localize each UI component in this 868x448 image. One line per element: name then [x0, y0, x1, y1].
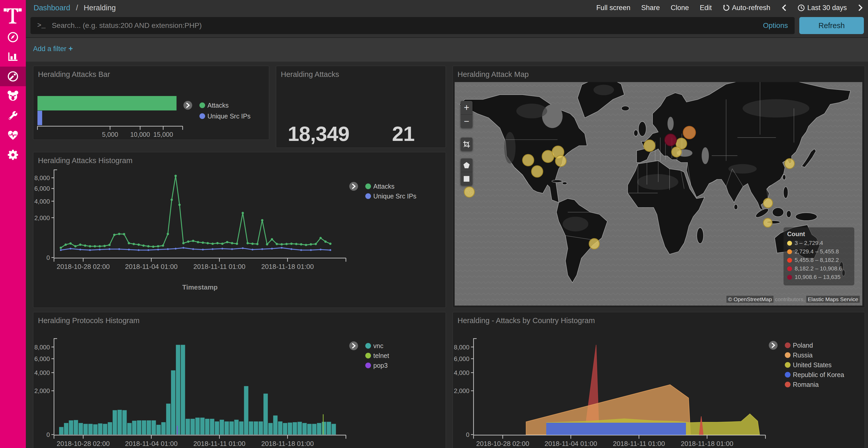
svg-text:10,000: 10,000	[130, 131, 150, 138]
legend-item[interactable]: Russia	[793, 351, 813, 359]
attack-bubble	[683, 126, 696, 139]
main-column: Dashboard / Heralding Full screen Share …	[26, 0, 868, 448]
sidebar-item-tpot[interactable]	[0, 86, 26, 106]
sidebar-item-visualize[interactable]	[0, 47, 26, 67]
map-legend-row: 2,729.4 – 5,455.8	[787, 248, 851, 255]
panel-heralding-attack-map: Heralding Attack Map	[453, 66, 865, 308]
search-box: >_ Options	[30, 17, 795, 34]
svg-text:4,000: 4,000	[34, 198, 50, 205]
svg-text:2018-11-11 01:00: 2018-11-11 01:00	[193, 440, 245, 447]
svg-text:2,000: 2,000	[34, 214, 50, 221]
panel-heralding-protocols-histogram: Heralding Protocols Histogram 02,0004,00…	[33, 312, 446, 448]
attack-bubble	[764, 198, 773, 208]
clock-icon	[798, 4, 805, 11]
openstreetmap-link[interactable]: © OpenStreetMap	[726, 296, 773, 303]
legend-item[interactable]: Unique Src IPs	[208, 112, 251, 120]
metric-value: 18,349	[276, 122, 361, 146]
share-button[interactable]: Share	[641, 4, 660, 12]
filter-bar: Add a filter+	[26, 37, 868, 62]
legend-color-dot	[787, 249, 792, 254]
auto-refresh-button[interactable]: Auto-refresh	[722, 4, 770, 12]
search-input[interactable]	[51, 21, 757, 30]
legend-title: Count	[787, 231, 851, 238]
zoom-in-button[interactable]: +	[461, 101, 472, 114]
breadcrumb-dashboard-link[interactable]: Dashboard	[34, 4, 70, 12]
bar-chart-icon	[7, 51, 19, 63]
legend-item[interactable]: Attacks	[208, 102, 228, 109]
map-legend-row: 8,182.2 – 10,908.6	[787, 265, 851, 272]
svg-text:5,000: 5,000	[102, 131, 118, 138]
svg-text:4,000: 4,000	[454, 369, 469, 376]
elastic-maps-service-link[interactable]: Elastic Maps Service	[806, 296, 860, 303]
panel-title: Heralding Attacks Bar	[33, 66, 269, 79]
metric-attacks: 18,349 Attacks	[276, 122, 361, 148]
chevron-left-icon	[781, 4, 787, 12]
legend-color-dot	[787, 258, 792, 263]
svg-text:2018-11-04 01:00: 2018-11-04 01:00	[125, 440, 178, 447]
dashboard-grid: Heralding Attacks Bar 5,00010,00015,000A…	[26, 62, 868, 448]
add-filter-link[interactable]: Add a filter+	[33, 45, 73, 53]
svg-text:8,000: 8,000	[34, 344, 50, 351]
sidebar-item-settings[interactable]	[0, 145, 26, 165]
legend-item[interactable]: Republic of Korea	[793, 371, 844, 378]
map-legend-row: 3 – 2,729.4	[787, 240, 851, 246]
attacks-histogram-chart: 02,0004,0006,0008,0002018-10-28 02:00201…	[33, 152, 445, 307]
fit-bounds-button[interactable]	[461, 138, 472, 151]
time-back-button[interactable]	[781, 4, 787, 12]
legend-item[interactable]: telnet	[373, 352, 389, 359]
world-map[interactable]: + −	[455, 82, 862, 306]
options-link[interactable]: Options	[763, 22, 788, 30]
legend-item[interactable]: pop3	[373, 362, 388, 369]
legend-color-dot	[787, 241, 792, 246]
pentagon-icon	[463, 162, 470, 169]
legend-expand-button[interactable]	[183, 101, 192, 110]
sidebar-item-discover[interactable]	[0, 27, 26, 47]
legend-item[interactable]: vnc	[373, 342, 383, 349]
breadcrumb-separator: /	[76, 4, 78, 12]
legend-expand-button[interactable]	[349, 182, 358, 191]
polygon-select-button[interactable]	[461, 159, 472, 172]
svg-text:2018-11-04 01:00: 2018-11-04 01:00	[545, 440, 597, 447]
full-screen-button[interactable]: Full screen	[596, 4, 630, 12]
legend-item[interactable]: Unique Src IPs	[373, 193, 416, 200]
svg-text:6,000: 6,000	[34, 355, 50, 362]
svg-text:6,000: 6,000	[34, 185, 50, 192]
map-attribution: © OpenStreetMap contributors, Elastic Ma…	[726, 296, 860, 303]
edit-button[interactable]: Edit	[700, 4, 712, 12]
telekom-logo[interactable]	[0, 0, 26, 27]
map-draw-controls	[461, 159, 472, 185]
panel-heralding-attacks-metric: Heralding Attacks 18,349 Attacks 21 Uniq…	[276, 66, 446, 148]
sidebar-item-tools[interactable]	[0, 106, 26, 126]
panel-heralding-attacks-histogram: Heralding Attacks Histogram 02,0004,0006…	[33, 152, 446, 308]
plus-icon: +	[68, 44, 73, 53]
sidebar-item-health[interactable]	[0, 126, 26, 145]
map-count-legend: Count 3 – 2,729.42,729.4 – 5,455.85,455.…	[783, 227, 854, 285]
legend-item[interactable]: Romania	[793, 381, 819, 388]
svg-text:0: 0	[466, 431, 469, 438]
time-range-picker[interactable]: Last 30 days	[798, 4, 847, 12]
legend-expand-button[interactable]	[349, 341, 358, 350]
attack-bubble	[672, 147, 681, 157]
svg-text:15,000: 15,000	[153, 131, 173, 138]
zoom-out-button[interactable]: −	[461, 114, 472, 128]
svg-text:8,000: 8,000	[34, 174, 50, 181]
svg-text:2,000: 2,000	[454, 387, 469, 394]
top-nav: Dashboard / Heralding Full screen Share …	[26, 0, 868, 15]
map-legend-row: 10,908.6 – 13,635	[787, 274, 851, 280]
legend-item[interactable]: Attacks	[373, 183, 395, 190]
rectangle-select-button[interactable]	[461, 172, 472, 185]
clone-button[interactable]: Clone	[671, 4, 689, 12]
panel-title: Heralding Attacks Histogram	[33, 152, 445, 165]
legend-item[interactable]: United States	[793, 361, 832, 369]
legend-expand-button[interactable]	[769, 341, 778, 350]
telekom-t-icon	[3, 4, 22, 24]
svg-text:0: 0	[46, 431, 50, 438]
attack-bubble	[555, 156, 566, 167]
sidebar-item-dashboard[interactable]	[0, 67, 26, 86]
time-forward-button[interactable]	[858, 4, 863, 12]
crop-icon	[463, 140, 470, 148]
refresh-button[interactable]: Refresh	[799, 17, 864, 34]
legend-item[interactable]: Poland	[793, 342, 813, 349]
svg-text:2018-11-18 01:00: 2018-11-18 01:00	[261, 440, 314, 447]
metric-label: Attacks	[276, 147, 361, 148]
